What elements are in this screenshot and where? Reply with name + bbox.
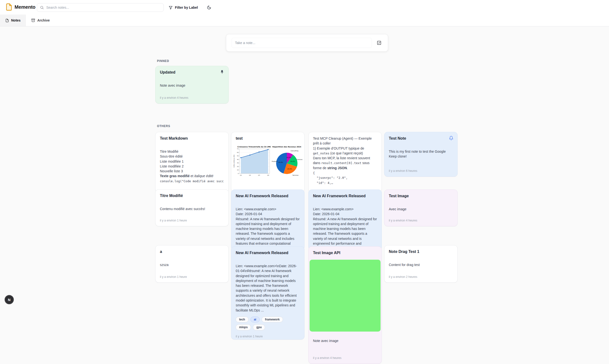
check-square-icon <box>377 40 381 45</box>
line-chart-image: 010203040506070Q1Q2Q3Q4Chiffre d'affaire… <box>233 145 271 179</box>
note-timestamp: il y a environ 4 heures <box>389 215 453 222</box>
note-timestamp: il y a environ 1 heure <box>236 330 300 338</box>
svg-text:50: 50 <box>237 155 239 156</box>
note-card-titre-modifie[interactable]: Titre Modifié Contenu modifié avec succè… <box>155 189 229 226</box>
svg-text:10: 10 <box>237 169 239 171</box>
tab-archive-label: Archive <box>37 18 50 22</box>
note-body: This is my first note to test the Google… <box>389 149 453 159</box>
others-section-label: OTHERS <box>157 124 170 128</box>
notes-grid: Test Markdown Titre Modifié Sous-titre é… <box>155 132 458 364</box>
tag-gpu[interactable]: gpu <box>253 324 265 330</box>
note-card-updated[interactable]: Updated Note avec image il y a environ 4… <box>155 66 229 104</box>
note-body: szsza <box>160 262 224 267</box>
note-timestamp: il y a environ 6 heures <box>389 166 453 173</box>
note-title: test <box>236 136 300 141</box>
brand: Memento <box>6 3 35 11</box>
note-title: New AI Framework Released <box>313 194 377 198</box>
note-card-test-mcp-cleanup[interactable]: Test MCP Cleanup (Agent) — Exemple prêt … <box>308 132 382 192</box>
svg-text:40: 40 <box>237 159 239 160</box>
search-input[interactable] <box>46 5 161 10</box>
note-timestamp: il y a environ 4 heures <box>313 353 377 360</box>
reminder-button[interactable] <box>448 135 454 141</box>
tag-tech[interactable]: tech <box>236 317 249 322</box>
svg-text:25.0%: 25.0% <box>287 168 292 170</box>
note-body: Contenu modifié avec succès! <box>160 207 224 211</box>
svg-text:30: 30 <box>237 162 239 164</box>
file-icon <box>5 19 9 22</box>
note-body: Note avec image <box>160 83 224 88</box>
note-title: Test Image API <box>313 250 377 255</box>
svg-text:Répartition des Revenus 2024: Répartition des Revenus 2024 <box>272 146 301 148</box>
svg-text:Licences: Licences <box>296 158 303 160</box>
pin-button[interactable] <box>219 69 225 75</box>
note-chart-images: 010203040506070Q1Q2Q3Q4Chiffre d'affaire… <box>233 145 303 179</box>
dark-mode-toggle[interactable] <box>205 4 213 11</box>
note-body: Titre Modifié Sous-titre édité Liste mod… <box>160 149 224 183</box>
note-card-test-image-api[interactable]: Test Image API Note avec image il y a en… <box>308 246 382 364</box>
svg-text:0: 0 <box>238 173 239 174</box>
note-body: Note avec image <box>313 338 377 343</box>
app-logo-note-icon <box>6 3 12 11</box>
tag-framework[interactable]: framework <box>262 317 283 322</box>
note-tags: tech ai framework mlops gpu <box>236 313 300 330</box>
svg-text:60: 60 <box>237 152 239 153</box>
note-timestamp: il y a environ 1 heure <box>160 215 224 222</box>
filter-by-label-text: Filter by Label <box>175 6 198 9</box>
svg-text:45.0%: 45.0% <box>278 161 283 163</box>
user-avatar[interactable]: N <box>5 295 14 304</box>
svg-text:Consulting: Consulting <box>291 150 298 152</box>
tag-ai[interactable]: ai <box>250 317 260 322</box>
svg-text:Produits: Produits <box>272 160 278 162</box>
note-body: Lien: <www.example.com>\nDate: 2026-01-0… <box>236 264 300 313</box>
search-icon <box>40 6 44 9</box>
pie-chart-image: Répartition des Revenus 202445.0%Produit… <box>271 145 303 177</box>
app-title: Memento <box>14 4 35 10</box>
note-card-test-markdown[interactable]: Test Markdown Titre Modifié Sous-titre é… <box>155 132 229 192</box>
note-card-a[interactable]: a szsza il y a environ 1 heure <box>155 245 229 283</box>
note-card-test-image[interactable]: Test Image Avec image il y a environ 4 h… <box>384 190 458 226</box>
note-title: Updated <box>160 70 224 75</box>
bell-icon <box>449 136 453 140</box>
note-body: Avec image <box>389 207 453 211</box>
tag-mlops[interactable]: mlops <box>236 324 251 330</box>
new-checklist-button[interactable] <box>376 39 382 46</box>
svg-text:Chiffre d'affaires (M€): Chiffre d'affaires (M€) <box>233 155 235 168</box>
note-title: New AI Framework Released <box>236 250 300 255</box>
note-title: Test Note <box>389 136 453 141</box>
note-composer <box>226 34 388 52</box>
moon-icon <box>207 5 211 10</box>
svg-text:10.0%: 10.0% <box>286 156 291 158</box>
take-a-note-input[interactable] <box>231 38 372 48</box>
svg-text:Q1: Q1 <box>240 174 242 176</box>
note-card-test-note[interactable]: Test Note This is my first note to test … <box>384 132 458 177</box>
svg-text:Services: Services <box>292 174 298 176</box>
note-body: Lien: <www.example.com> Date: 2026-01-04… <box>236 207 300 246</box>
note-title: Note Drag Test 1 <box>389 249 453 254</box>
note-card-new-ai-framework-2[interactable]: New AI Framework Released Lien: <www.exa… <box>308 190 382 250</box>
search-box <box>37 3 164 12</box>
note-body: Content for drag test <box>389 262 453 267</box>
app-header: Memento Filter by Label <box>0 0 609 14</box>
archive-icon <box>31 18 35 22</box>
svg-text:Croissance Trimestrielle du CA: Croissance Trimestrielle du CA (M€) <box>237 146 271 148</box>
svg-text:Q2: Q2 <box>249 174 251 176</box>
tab-archive[interactable]: Archive <box>26 14 55 26</box>
svg-text:70: 70 <box>237 148 239 150</box>
note-card-new-ai-framework-tags[interactable]: New AI Framework Released Lien: <www.exa… <box>231 246 304 339</box>
filter-by-label-button[interactable]: Filter by Label <box>167 3 199 12</box>
tab-notes[interactable]: Notes <box>0 14 26 26</box>
funnel-icon <box>169 6 173 10</box>
note-title: New AI Framework Released <box>236 194 300 198</box>
note-title: Test Markdown <box>160 136 224 141</box>
note-card-note-drag-test[interactable]: Note Drag Test 1 Content for drag test i… <box>384 245 458 283</box>
note-card-new-ai-framework-1[interactable]: New AI Framework Released Lien: <www.exa… <box>231 190 304 250</box>
note-body: Test MCP Cleanup (Agent) — Exemple prêt … <box>313 136 377 185</box>
note-timestamp: il y a environ 4 heures <box>160 93 224 100</box>
pushpin-icon <box>220 70 224 74</box>
note-image-green <box>310 260 380 332</box>
note-card-test-charts[interactable]: test 010203040506070Q1Q2Q3Q4Chiffre d'af… <box>231 132 304 192</box>
svg-text:20: 20 <box>237 166 239 167</box>
note-title: Test Image <box>389 194 453 198</box>
tab-bar: Notes Archive <box>0 14 609 26</box>
svg-text:20.0%: 20.0% <box>290 160 295 162</box>
